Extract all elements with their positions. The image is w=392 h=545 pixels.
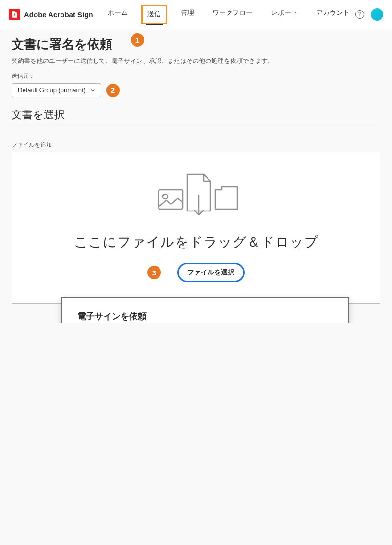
svg-point-1 (163, 194, 168, 199)
page-body: 文書に署名を依頼 1 契約書を他のユーザーに送信して、電子サイン、承認、またはそ… (0, 29, 392, 323)
callout-1: 1 (131, 33, 144, 47)
callout-2: 2 (106, 84, 120, 97)
nav-items: ホーム 送信 管理 ワークフロー レポート アカウント (103, 5, 355, 24)
chevron-down-icon (90, 88, 95, 93)
page-subtitle: 契約書を他のユーザーに送信して、電子サイン、承認、またはその他の処理を依頼できま… (12, 57, 380, 65)
acrobat-logo-icon (9, 9, 20, 20)
page-title: 文書に署名を依頼 (12, 36, 380, 53)
send-from-label: 送信元： (12, 72, 380, 80)
select-doc-title: 文書を選択 (12, 108, 380, 125)
add-files-label: ファイルを追加 (12, 141, 380, 149)
brand-text: Adobe Acrobat Sign (24, 11, 93, 19)
top-nav: Adobe Acrobat Sign ホーム 送信 管理 ワークフロー レポート… (0, 0, 392, 29)
drop-text: ここにファイルをドラッグ＆ドロップ (22, 233, 370, 251)
nav-send[interactable]: 送信 (141, 5, 167, 24)
help-icon[interactable]: ? (355, 10, 364, 19)
nav-right: ? (355, 8, 383, 21)
nav-account[interactable]: アカウント (311, 5, 355, 24)
nav-manage[interactable]: 管理 (176, 5, 199, 24)
file-drop-area[interactable]: ここにファイルをドラッグ＆ドロップ 3 ファイルを選択 (12, 152, 380, 304)
nav-home[interactable]: ホーム (103, 5, 133, 24)
send-from-select[interactable]: Default Group (primární) (12, 83, 101, 97)
avatar[interactable] (371, 8, 383, 21)
template-modal-wrap: 電子サインを依頼 最近使用したテンプレート 最近使用したテンプレート 4 名前 … (61, 297, 349, 323)
nav-workflow[interactable]: ワークフロー (208, 5, 257, 24)
modal-title: 電子サインを依頼 (77, 310, 333, 322)
select-files-button[interactable]: ファイルを選択 (177, 263, 245, 282)
callout-3: 3 (147, 266, 161, 279)
drop-illustration-icon (153, 173, 239, 222)
template-modal: 電子サインを依頼 最近使用したテンプレート 最近使用したテンプレート 4 名前 … (61, 297, 349, 323)
nav-report[interactable]: レポート (266, 5, 303, 24)
send-from-value: Default Group (primární) (18, 87, 86, 94)
